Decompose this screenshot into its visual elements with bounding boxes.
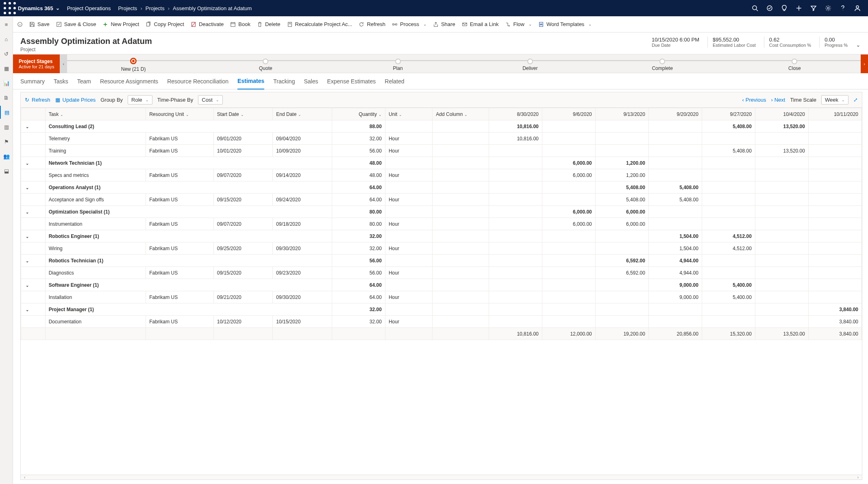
brand-link[interactable]: Dynamics 365 [18, 5, 60, 11]
add-icon[interactable] [792, 2, 806, 15]
breadcrumb-item[interactable]: Projects [118, 5, 137, 11]
svg-point-9 [753, 6, 757, 10]
svg-point-12 [856, 6, 859, 8]
breadcrumb-item[interactable]: Assembly Optimization at Adatum [173, 5, 252, 11]
svg-point-1 [9, 2, 11, 4]
app-name: Project Operations [67, 5, 111, 11]
app-launcher-icon[interactable] [3, 2, 16, 15]
filter-icon[interactable] [806, 2, 821, 15]
idea-icon[interactable] [777, 2, 792, 15]
task-icon[interactable] [762, 2, 777, 15]
global-nav: Dynamics 365 Project Operations Projects… [0, 0, 868, 16]
breadcrumb-item[interactable]: Projects [146, 5, 165, 11]
search-icon[interactable] [748, 2, 762, 15]
svg-point-7 [9, 12, 11, 14]
svg-point-8 [13, 12, 16, 14]
svg-point-0 [4, 2, 6, 4]
svg-point-2 [13, 2, 16, 4]
svg-point-5 [13, 7, 16, 9]
settings-icon[interactable] [821, 2, 835, 15]
svg-point-11 [827, 7, 829, 9]
profile-icon[interactable] [850, 2, 865, 15]
svg-point-3 [4, 7, 6, 9]
help-icon[interactable] [835, 2, 850, 15]
svg-point-4 [9, 7, 11, 9]
svg-point-6 [4, 12, 6, 14]
breadcrumb: Projects› Projects› Assembly Optimizatio… [118, 5, 252, 11]
